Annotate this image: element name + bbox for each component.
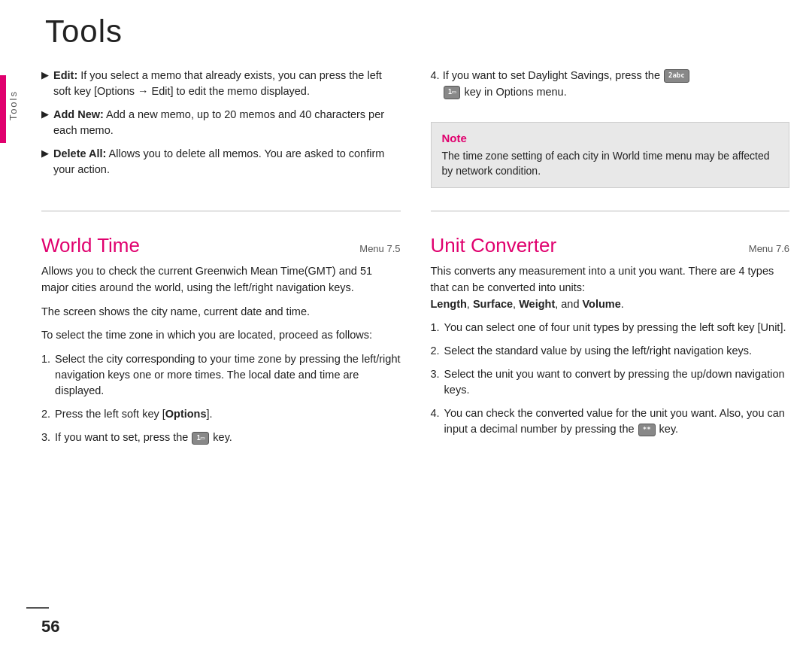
step4-block: 4. If you want to set Daylight Savings, … xyxy=(431,68,790,108)
unit-converter-section: Unit Converter Menu 7.6 This converts an… xyxy=(431,222,790,445)
step4-text: 4. If you want to set Daylight Savings, … xyxy=(431,68,790,101)
step-text: You can check the converted value for th… xyxy=(444,405,789,437)
world-time-para1: Allows you to check the current Greenwic… xyxy=(41,263,401,296)
step-num: 3. xyxy=(431,366,440,382)
bullet-bold-deleteall: Delete All: xyxy=(53,147,106,159)
bottom-divider xyxy=(26,607,49,609)
page-number: 56 xyxy=(41,617,59,636)
step-num: 1. xyxy=(431,320,440,336)
unit-converter-body: This converts any measurement into a uni… xyxy=(431,263,790,437)
world-time-body: Allows you to check the current Greenwic… xyxy=(41,263,401,445)
list-item: 2. Press the left soft key [Options]. xyxy=(41,406,401,422)
world-time-steps: 1. Select the city corresponding to your… xyxy=(41,351,401,445)
step-text: You can select one of four unit types by… xyxy=(444,320,786,336)
world-time-menu: Menu 7.5 xyxy=(359,243,400,254)
sidebar-accent-bar xyxy=(0,75,6,143)
sidebar-tab: Tools xyxy=(0,0,29,650)
world-time-heading-row: World Time Menu 7.5 xyxy=(41,222,401,263)
bullet-list: ▶ Edit: If you select a memo that alread… xyxy=(41,68,401,185)
sidebar-label: Tools xyxy=(8,90,19,120)
key-1-icon: 1▭ xyxy=(444,86,461,99)
list-item: 3. If you want to set, press the 1▭ key. xyxy=(41,430,401,445)
bullet-text-deleteall: Delete All: Allows you to delete all mem… xyxy=(53,146,401,178)
step-text: If you want to set, press the 1▭ key. xyxy=(55,430,232,445)
world-time-para2: The screen shows the city name, current … xyxy=(41,304,401,320)
note-text: The time zone setting of each city in Wo… xyxy=(442,148,779,179)
unit-converter-heading-row: Unit Converter Menu 7.6 xyxy=(431,222,790,263)
divider xyxy=(41,211,401,211)
bullet-text-edit: Edit: If you select a memo that already … xyxy=(53,68,401,99)
step-text: Press the left soft key [Options]. xyxy=(55,406,213,422)
list-item: ▶ Edit: If you select a memo that alread… xyxy=(41,68,401,99)
bullet-text-addnew: Add New: Add a new memo, up to 20 memos … xyxy=(53,107,401,138)
bullet-arrow-icon: ▶ xyxy=(41,68,49,83)
world-time-heading: World Time xyxy=(41,234,140,257)
note-label: Note xyxy=(442,132,779,144)
main-content: ▶ Edit: If you select a memo that alread… xyxy=(41,68,789,605)
list-item: ▶ Delete All: Allows you to delete all m… xyxy=(41,146,401,178)
list-item: 2. Select the standard value by using th… xyxy=(431,343,790,359)
step-text: Select the unit you want to convert by p… xyxy=(444,366,789,398)
bullet-arrow-icon: ▶ xyxy=(41,108,49,122)
list-item: ▶ Add New: Add a new memo, up to 20 memo… xyxy=(41,107,401,138)
bullet-bold-edit: Edit: xyxy=(53,69,77,81)
bullet-bold-addnew: Add New: xyxy=(53,108,104,120)
list-item: 1. You can select one of four unit types… xyxy=(431,320,790,336)
bullet-arrow-icon: ▶ xyxy=(41,147,49,161)
unit-converter-heading: Unit Converter xyxy=(431,234,557,257)
step-num: 2. xyxy=(431,343,440,359)
step-num: 1. xyxy=(41,351,50,367)
key-1-icon: 1▭ xyxy=(192,432,209,445)
key-2abc-icon: 2abc xyxy=(664,69,689,83)
right-column: 4. If you want to set Daylight Savings, … xyxy=(431,68,790,605)
world-time-section: World Time Menu 7.5 Allows you to check … xyxy=(41,222,401,453)
divider xyxy=(431,211,790,211)
list-item: 3. Select the unit you want to convert b… xyxy=(431,366,790,398)
key-star-icon: ** xyxy=(638,424,656,436)
note-box: Note The time zone setting of each city … xyxy=(431,122,790,189)
step-num: 3. xyxy=(41,430,50,445)
list-item: 1. Select the city corresponding to your… xyxy=(41,351,401,399)
unit-converter-intro: This converts any measurement into a uni… xyxy=(431,263,790,312)
unit-converter-steps: 1. You can select one of four unit types… xyxy=(431,320,790,437)
step-text: Select the city corresponding to your ti… xyxy=(55,351,400,399)
step-text: Select the standard value by using the l… xyxy=(444,343,752,359)
world-time-para3: To select the time zone in which you are… xyxy=(41,327,401,344)
list-item: 4. You can check the converted value for… xyxy=(431,405,790,437)
step-num: 2. xyxy=(41,406,50,422)
left-column: ▶ Edit: If you select a memo that alread… xyxy=(41,68,401,605)
step-num: 4. xyxy=(431,405,440,421)
unit-converter-menu: Menu 7.6 xyxy=(749,243,789,254)
page-title: Tools xyxy=(45,14,123,50)
